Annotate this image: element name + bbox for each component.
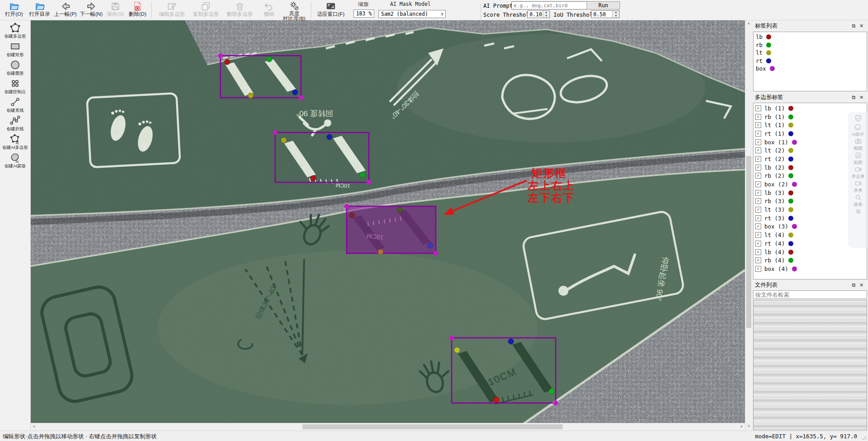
- overlay-item[interactable]: [855, 208, 862, 216]
- visibility-checkbox[interactable]: ✓: [755, 190, 761, 196]
- float-panel-icon[interactable]: ⧉: [850, 23, 858, 29]
- keypoint[interactable]: [349, 213, 355, 218]
- toolbar-button-open-dir[interactable]: 打开目录: [27, 0, 52, 20]
- spinner-arrows-icon[interactable]: ▲▼: [612, 11, 619, 18]
- overlay-item-贴图[interactable]: 贴图: [854, 152, 863, 165]
- annotation-rect-3[interactable]: [344, 204, 438, 256]
- visibility-checkbox[interactable]: ✓: [755, 198, 761, 204]
- box-corner-handle[interactable]: [273, 130, 277, 135]
- box-corner-handle[interactable]: [299, 95, 303, 100]
- float-panel-icon[interactable]: ⧉: [850, 282, 858, 289]
- ai-mask-model-select[interactable]: Sam2 (balanced) ∨: [378, 10, 446, 18]
- score-threshold-spinner[interactable]: 0.10 ▲▼: [527, 10, 550, 18]
- sidebar-tool-create-line[interactable]: 创建直线: [0, 95, 30, 113]
- visibility-checkbox[interactable]: ✓: [755, 257, 761, 263]
- keypoint[interactable]: [281, 138, 286, 143]
- keypoint[interactable]: [292, 90, 298, 95]
- visibility-checkbox[interactable]: ✓: [755, 114, 761, 120]
- sidebar-tool-create-circle[interactable]: 创建圆形: [0, 57, 30, 76]
- keypoint[interactable]: [454, 347, 460, 353]
- toolbar-button-fit-window[interactable]: 适应窗口(F): [314, 0, 348, 20]
- visibility-checkbox[interactable]: ✓: [755, 232, 761, 238]
- toolbar-button-delete[interactable]: 删除(D): [127, 0, 148, 20]
- label-list-item[interactable]: lt: [754, 49, 867, 57]
- overlay-item-录屏[interactable]: 录屏: [854, 180, 863, 193]
- label-list-item[interactable]: box: [754, 65, 867, 73]
- toolbar-button-next-image[interactable]: 下一幅(N): [78, 0, 104, 20]
- visibility-checkbox[interactable]: ✓: [755, 122, 761, 128]
- sidebar-tool-create-points[interactable]: 创建控制点: [0, 76, 30, 95]
- sidebar-tool-create-polygon[interactable]: 创建多边形: [0, 20, 30, 39]
- close-panel-icon[interactable]: ✕: [858, 94, 865, 101]
- spinner-arrows-icon[interactable]: ▲▼: [543, 11, 549, 18]
- horizontal-scrollbar[interactable]: < >: [31, 423, 745, 430]
- polygon-label-item[interactable]: ✓box (4): [754, 265, 867, 273]
- visibility-checkbox[interactable]: ✓: [755, 215, 761, 221]
- label-list-item[interactable]: rb: [754, 41, 867, 49]
- keypoint[interactable]: [224, 59, 230, 65]
- overlay-item[interactable]: [855, 115, 862, 123]
- polygon-label-item[interactable]: ✓lb (1): [754, 104, 867, 113]
- label-list-item[interactable]: lb: [754, 33, 867, 41]
- toolbar-button-prev-image[interactable]: 上一幅(P): [52, 0, 78, 20]
- scroll-left-icon[interactable]: <: [31, 423, 38, 430]
- keypoint[interactable]: [360, 172, 365, 178]
- box-corner-handle[interactable]: [449, 336, 454, 340]
- keypoint[interactable]: [397, 207, 403, 213]
- sidebar-tool-create-ai-mask[interactable]: AI创建AI蒙版: [0, 150, 30, 169]
- visibility-checkbox[interactable]: ✓: [755, 147, 761, 153]
- close-panel-icon[interactable]: ✕: [858, 23, 865, 29]
- keypoint[interactable]: [428, 243, 433, 248]
- visibility-checkbox[interactable]: ✓: [755, 156, 761, 162]
- sidebar-tool-create-polyline[interactable]: 创建折线: [0, 113, 30, 132]
- keypoint[interactable]: [327, 134, 332, 140]
- keypoint[interactable]: [494, 397, 499, 403]
- visibility-checkbox[interactable]: ✓: [755, 223, 761, 229]
- overlay-item-截图[interactable]: 截图: [854, 138, 863, 151]
- visibility-checkbox[interactable]: ✓: [755, 139, 761, 145]
- visibility-checkbox[interactable]: ✓: [755, 105, 761, 111]
- overlay-item-搜索[interactable]: 搜索: [854, 194, 863, 207]
- keypoint[interactable]: [549, 389, 554, 394]
- zoom-value-box[interactable]: 183 %: [353, 9, 374, 18]
- keypoint[interactable]: [508, 339, 514, 344]
- keypoint[interactable]: [248, 93, 253, 98]
- box-corner-handle[interactable]: [218, 53, 223, 58]
- scroll-up-icon[interactable]: ˄: [745, 20, 752, 27]
- float-panel-icon[interactable]: ⧉: [850, 94, 858, 101]
- polygon-label-item[interactable]: ✓rb (4): [754, 256, 867, 265]
- scroll-right-icon[interactable]: >: [738, 423, 745, 430]
- toolbar-button-brightness-contrast[interactable]: 亮度 对比度(B): [280, 0, 308, 20]
- vertical-scrollbar[interactable]: ˄ ˅: [745, 20, 752, 430]
- visibility-checkbox[interactable]: ✓: [755, 181, 761, 187]
- label-list-item[interactable]: rt: [754, 57, 867, 65]
- box-corner-handle[interactable]: [344, 204, 349, 209]
- run-button[interactable]: Run: [587, 1, 620, 9]
- visibility-checkbox[interactable]: ✓: [755, 173, 761, 179]
- polygon-label-item[interactable]: ✓lb (4): [754, 248, 867, 256]
- toolbar-button-open[interactable]: 打开(O): [1, 0, 27, 20]
- image-canvas[interactable]: 回转度 90° 10CM 抬体30°-40°: [31, 20, 745, 423]
- keypoint[interactable]: [310, 175, 316, 181]
- ai-prompt-input[interactable]: [511, 1, 587, 9]
- sidebar-tool-create-ai-polygon[interactable]: AI创建AI多边形: [0, 132, 30, 150]
- keypoint[interactable]: [378, 249, 383, 255]
- sidebar-tool-create-rectangle[interactable]: 创建矩形: [0, 39, 30, 57]
- box-corner-handle[interactable]: [367, 180, 371, 185]
- overlay-item-录全屏[interactable]: 录全屏: [852, 166, 865, 179]
- horizontal-scroll-thumb[interactable]: [302, 424, 563, 429]
- visibility-checkbox[interactable]: ✓: [755, 266, 761, 272]
- scroll-down-icon[interactable]: ˅: [745, 423, 752, 430]
- visibility-checkbox[interactable]: ✓: [755, 207, 761, 213]
- iou-threshold-spinner[interactable]: 0.50 ▲▼: [591, 10, 620, 18]
- box-corner-handle[interactable]: [553, 401, 558, 405]
- keypoint[interactable]: [267, 57, 272, 62]
- resize-grip[interactable]: [862, 436, 867, 440]
- visibility-checkbox[interactable]: ✓: [755, 249, 761, 255]
- visibility-checkbox[interactable]: ✓: [755, 131, 761, 137]
- close-panel-icon[interactable]: ✕: [858, 282, 865, 289]
- vertical-scroll-thumb[interactable]: [746, 156, 751, 328]
- overlay-item-AI助手[interactable]: AI助手: [852, 124, 864, 137]
- visibility-checkbox[interactable]: ✓: [755, 241, 761, 247]
- file-search-input[interactable]: [753, 290, 867, 299]
